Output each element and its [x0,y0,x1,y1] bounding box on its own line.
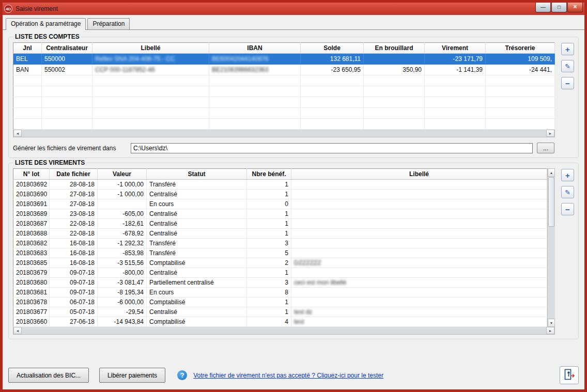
transfers-header-row: N° lotDate fichierValeurStatutNbre bénéf… [13,169,547,180]
empty-cell [301,108,364,119]
column-header[interactable]: Nbre bénéf. [247,169,291,180]
empty-cell [13,86,42,97]
transfers-group: LISTE DES VIREMENTS N° lotDate fichierVa… [8,159,579,339]
cell-valeur: -1 000,00 [98,190,147,199]
minimize-button[interactable]: — [535,3,551,12]
table-row[interactable]: BEL550000Reflex SNA 204-408-75 - CCBE600… [13,54,555,65]
scroll-down-arrow[interactable]: ▼ [548,319,555,327]
release-payments-button[interactable]: Libérer paiements [99,368,165,383]
test-transfer-file-link[interactable]: Votre fichier de virement n'est pas acce… [193,372,383,379]
table-row[interactable]: 20180368923-08-18-605,00Centralisé1 [13,209,547,219]
add-account-button[interactable]: + [561,43,574,55]
remove-account-button[interactable]: − [561,77,574,89]
table-row[interactable]: 20180366027-06-18-14 943,84Comptabilisé4… [13,317,547,327]
table-row[interactable]: 20180367806-07-18-6 000,00Comptabilisé1 [13,297,547,307]
tab-operation-parametrage[interactable]: Opération & paramétrage [6,18,86,30]
empty-cell [92,119,209,130]
help-icon[interactable]: ? [177,370,187,380]
table-row[interactable]: 20180368722-08-18-182,61Centralisé1 [13,219,547,229]
table-row[interactable]: 20180368109-07-18-8 195,34En cours8 [13,288,547,297]
maximize-button[interactable]: □ [551,3,567,12]
cell-date: 16-08-18 [50,248,98,258]
table-row[interactable]: 20180368516-08-18-3 515,56Comptabilisé2D… [13,258,547,268]
scroll-up-arrow[interactable]: ▲ [548,168,555,177]
accounts-group: LISTE DES COMPTES JnlCentralisateurLibel… [8,33,579,158]
accounts-toolbar: + ✎ − [561,43,574,89]
cell-lot: 201803687 [13,219,50,229]
empty-cell [209,86,301,97]
accounts-h-scrollbar[interactable]: ◄ ► [13,130,555,137]
cell-nbre: 1 [247,307,291,317]
close-button[interactable]: × [567,3,583,12]
empty-row [13,86,555,97]
remove-transfer-button[interactable]: − [561,203,574,215]
column-header[interactable]: IBAN [209,43,301,54]
app-icon[interactable]: 4D [4,5,12,13]
column-header[interactable]: Virement [425,43,486,54]
table-row[interactable]: 20180368009-07-18-3 081,47Partiellement … [13,278,547,288]
table-row[interactable]: 20180367705-07-18-29,54Centralisé1test d… [13,307,547,317]
cell-virement: -23 171,79 [425,54,486,65]
transfers-h-scrollbar[interactable]: ◄ ► [13,327,555,335]
empty-cell [425,119,486,130]
column-header[interactable]: Statut [147,169,247,180]
cell-statut: Comptabilisé [147,297,247,307]
column-header[interactable]: Valeur [98,169,147,180]
cell-nbre: 4 [247,317,291,327]
column-header[interactable]: Libellé [291,169,547,180]
cell-statut: Centralisé [147,209,247,219]
table-row[interactable]: 20180368822-08-18-678,92Centralisé1 [13,229,547,239]
column-header[interactable]: N° lot [13,169,50,180]
edit-transfer-button[interactable]: ✎ [561,186,574,198]
cell-statut: Transféré [147,239,247,248]
table-row[interactable]: 20180367909-07-18-800,00Centralisé1 [13,268,547,278]
cell-nbre: 1 [247,219,291,229]
cell-solde: 132 681,11 [301,54,364,65]
table-row[interactable]: 20180369127-08-18En cours0 [13,199,547,209]
empty-cell [425,86,486,97]
column-header[interactable]: En brouillard [364,43,425,54]
browse-button[interactable]: ... [537,143,554,153]
empty-cell [209,75,301,86]
update-bic-button[interactable]: Actualisation des BIC... [8,368,89,383]
tab-preparation[interactable]: Préparation [87,18,130,29]
scroll-left-arrow[interactable]: ◄ [13,327,22,334]
scroll-left-arrow[interactable]: ◄ [13,130,22,137]
cell-centralisateur: 550002 [42,65,92,75]
table-row[interactable]: BAN550002CCP 000-1187852-46BE21063986632… [13,65,555,75]
exit-button[interactable] [560,366,579,384]
column-header[interactable]: Centralisateur [42,43,92,54]
cell-libelle [291,297,547,307]
column-header[interactable]: Solde [301,43,364,54]
column-header[interactable]: Jnl [13,43,42,54]
empty-cell [364,97,425,108]
cell-valeur: -3 515,56 [98,258,147,268]
transfers-v-scrollbar[interactable]: ▲ ▼ [547,168,555,327]
cell-date: 09-07-18 [50,288,98,297]
generate-path-input[interactable] [131,143,533,153]
table-row[interactable]: 20180369228-08-18-1 000,00Transféré1 [13,180,547,190]
empty-cell [209,108,301,119]
column-header[interactable]: Libellé [92,43,209,54]
cell-nbre: 0 [247,199,291,209]
scrollbar-thumb[interactable] [548,177,554,227]
cell-jnl: BEL [13,54,42,65]
table-row[interactable]: 20180368316-08-18-853,98Transféré5 [13,248,547,258]
empty-cell [42,75,92,86]
empty-cell [486,75,555,86]
add-transfer-button[interactable]: + [561,169,574,181]
cell-date: 22-08-18 [50,229,98,239]
cell-libelle [291,190,547,199]
cell-lot: 201803692 [13,180,50,190]
generate-path-row: Générer les fichiers de virement dans ..… [13,143,574,153]
column-header[interactable]: Trésorerie [486,43,555,54]
cell-libelle [291,268,547,278]
edit-account-button[interactable]: ✎ [561,60,574,72]
cell-lot: 201803685 [13,258,50,268]
column-header[interactable]: Date fichier [50,169,98,180]
scroll-right-arrow[interactable]: ► [546,130,554,137]
table-row[interactable]: 20180369027-08-18-1 000,00Centralisé1 [13,190,547,199]
cell-libelle: CCP 000-1187852-46 [92,65,209,75]
table-row[interactable]: 20180368216-08-18-1 292,32Transféré3 [13,239,547,248]
scroll-right-arrow[interactable]: ► [546,327,554,334]
